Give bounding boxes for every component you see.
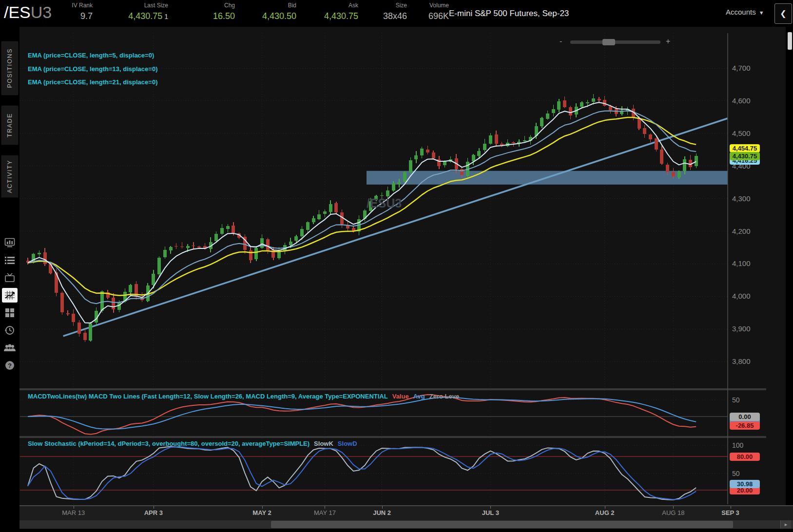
stoch-value-bubble: 80.00 [730,453,760,461]
time-axis-tick [325,506,325,509]
panel-separator[interactable] [19,388,766,390]
time-axis-tick [262,506,263,509]
time-axis-tick [154,506,154,509]
panel-separator[interactable] [19,436,766,438]
macd-value-bubble: 0.00 [730,413,760,421]
symbol-ticker[interactable]: /ESU3 [4,3,52,22]
time-axis-tick [673,506,674,509]
stoch-slowd-line [28,447,696,499]
charts-icon [2,288,18,303]
zoom-in-button[interactable]: + [666,38,670,45]
time-axis-tick [731,506,731,509]
stoch-axis-label: 50 [732,470,740,477]
sidebar-tab-trade[interactable]: TRADE [1,105,19,145]
sidebar-icons: ? [0,234,19,374]
sidebar-item-grid[interactable] [0,304,19,322]
sidebar-tab-label: TRADE [6,113,13,137]
ema-study-label-0[interactable]: EMA (price=CLOSE, length=5, displace=0) [28,52,154,59]
stat-value: 38x46 [368,10,407,22]
ema-21-line [28,117,696,296]
stat-value: 16.50 [190,10,235,22]
price-axis-label: 3,900 [732,324,751,333]
time-axis-tick [74,506,74,509]
time-axis-label: SEP 3 [721,509,739,516]
sidebar-item-watchlist[interactable] [0,251,19,269]
accounts-dropdown[interactable]: Accounts▼ [726,8,764,16]
chart-panel: - + EMA (price=CLOSE, length=5, displace… [19,27,793,532]
horizontal-scrollbar[interactable]: ▸ [19,520,793,529]
sidebar-item-history[interactable] [0,322,19,339]
sidebar-tab-positions[interactable]: POSITIONS [1,41,19,95]
sidebar-item-help[interactable]: ? [0,357,19,374]
price-axis-label: 4,100 [732,259,751,267]
stat-value: 4,430.75 [306,10,358,22]
ema-study-label-1[interactable]: EMA (price=CLOSE, length=13, displace=0) [28,65,157,73]
chart-gridlines [20,33,728,504]
stat-label: Chg [190,2,235,9]
community-users-icon [3,343,16,352]
grid-icon [5,308,15,318]
right-scroll-gutter [786,27,793,505]
sidebar-item-community[interactable] [0,339,19,357]
time-axis-tick [490,506,491,509]
stat-label: Bid [244,2,296,9]
quote-stat-volume: Volume696K [411,2,449,22]
vertical-scrollbar-thumb[interactable] [788,32,792,50]
stat-value: 4,430.75 1 [100,10,168,22]
time-axis-label: AUG 18 [662,509,684,516]
last-trade-size: 1 [162,13,168,20]
quote-stat-last-size: Last Size4,430.75 1 [100,2,168,22]
quote-stat-size: Size38x46 [368,2,407,22]
time-axis-label: MAR 13 [62,509,85,516]
stoch-slowk-line [28,447,696,500]
ema-13-line [28,111,696,304]
chevron-down-icon: ▼ [759,10,764,16]
horizontal-scrollbar-thumb[interactable] [271,521,733,528]
macd-axis-label: 50 [732,396,740,404]
trendline-drawing[interactable] [63,118,728,336]
plot-tag-slowk: SlowK [314,440,333,447]
bottom-spacer [19,529,793,532]
symbol-watermark: /ESU3 [367,196,402,210]
macd-avg-line [28,398,696,429]
history-clock-icon [4,325,15,336]
sidebar-item-charts[interactable] [0,286,19,304]
stat-value: 9.7 [54,10,93,22]
price-bubble: 4,454.75 [730,144,760,152]
quote-stat-bid: Bid4,430.50 [244,2,296,22]
time-axis-label: AUG 2 [595,509,615,516]
candles-layer [26,94,698,342]
price-bubble: 4,430.75 [730,152,760,160]
price-axis-label: 4,200 [732,227,751,235]
zoom-slider-thumb[interactable] [602,39,615,45]
time-axis-tick [605,506,605,509]
time-axis: MAR 13APR 3MAY 2MAY 17JUN 2JUL 3AUG 2AUG… [19,505,793,520]
symbol-month-code: U3 [31,3,52,21]
zoom-out-button[interactable]: - [560,38,562,45]
macd-value-bubble: -26.85 [730,421,760,430]
ema-study-label-2[interactable]: EMA (price=CLOSE, length=21, displace=0) [28,78,157,86]
zoom-slider-track[interactable] [570,40,660,44]
instrument-description: E-mini S&P 500 Futures, Sep-23 [449,9,569,19]
tv-icon [4,273,15,283]
sidebar-item-market-monitor[interactable] [0,234,19,251]
trading-platform-window: /ESU3 IV Rank9.7Last Size4,430.75 1Chg16… [0,0,793,532]
svg-text:?: ? [8,362,12,369]
price-chart[interactable] [19,33,793,505]
left-sidebar: POSITIONSTRADEACTIVITY [0,27,19,532]
quote-stat-ask: Ask4,430.75 [306,2,358,22]
stoch-value-bubble: 30.98 [730,480,760,488]
stoch-study-label: Slow Stochastic (kPeriod=14, dPeriod=3, … [28,440,357,447]
plot-tag-value: Value [392,393,409,400]
scroll-right-button[interactable]: ▸ [780,520,791,529]
ema-5-line [28,102,696,323]
collapse-panel-button[interactable]: ❮ [774,3,792,24]
time-axis-label: MAY 17 [314,509,336,516]
sidebar-tab-activity[interactable]: ACTIVITY [1,155,19,198]
sidebar-item-tv[interactable] [0,269,19,286]
watchlist-icon [4,256,15,265]
sidebar-tabs: POSITIONSTRADEACTIVITY [0,41,19,208]
sidebar-tab-label: ACTIVITY [6,160,13,193]
help-icon: ? [5,361,15,370]
plot-tag-avg: Avg [413,393,425,400]
